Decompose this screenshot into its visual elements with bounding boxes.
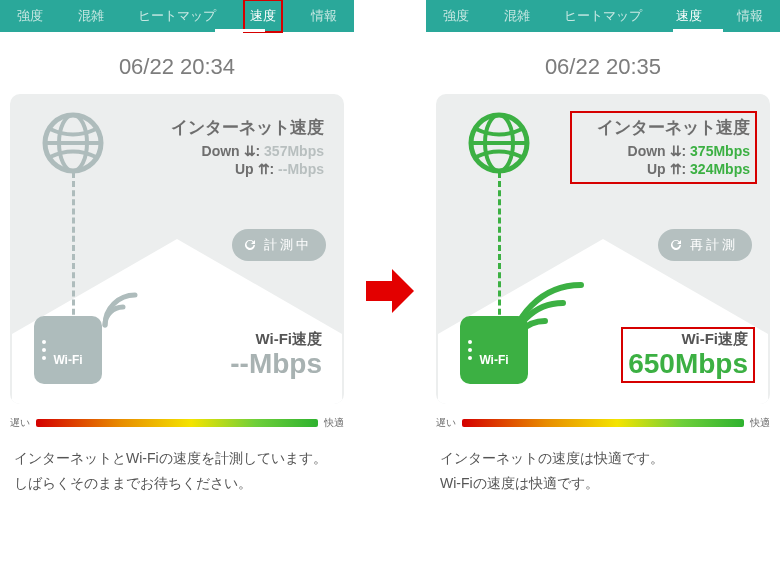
meter-gradient	[36, 419, 318, 427]
tab-heatmap[interactable]: ヒートマップ	[132, 0, 222, 32]
speed-meter: 遅い 快適	[436, 416, 770, 430]
tab-bar: 強度 混雑 ヒートマップ 速度 情報	[0, 0, 354, 32]
timestamp: 06/22 20:35	[426, 54, 780, 80]
remeasure-button[interactable]: 再計測	[658, 229, 752, 261]
tab-speed[interactable]: 速度	[670, 0, 708, 32]
tab-strength[interactable]: 強度	[11, 0, 49, 32]
wifi-speed-box: Wi-Fi速度 650Mbps	[622, 328, 754, 382]
measure-button[interactable]: 計測中	[232, 229, 326, 261]
screen-measuring: 強度 混雑 ヒートマップ 速度 情報 06/22 20:34 インターネット速度…	[0, 0, 354, 582]
globe-icon	[42, 112, 104, 178]
speed-card: インターネット速度 Down ⇊: 357Mbps Up ⇈: --Mbps 計…	[10, 94, 344, 404]
up-value: --Mbps	[278, 161, 324, 177]
wifi-title: Wi-Fi速度	[230, 330, 322, 349]
internet-title: インターネット速度	[151, 116, 324, 139]
wifi-router-icon: Wi-Fi	[34, 316, 102, 384]
down-value: 357Mbps	[264, 143, 324, 159]
tab-speed[interactable]: 速度	[244, 0, 282, 32]
internet-speed-box: インターネット速度 Down ⇊: 357Mbps Up ⇈: --Mbps	[145, 112, 330, 183]
tab-congestion[interactable]: 混雑	[498, 0, 536, 32]
refresh-icon	[242, 237, 258, 253]
wifi-title: Wi-Fi速度	[628, 330, 748, 349]
tab-info[interactable]: 情報	[731, 0, 769, 32]
down-value: 375Mbps	[690, 143, 750, 159]
wifi-badge-label: Wi-Fi	[479, 353, 508, 367]
tab-congestion[interactable]: 混雑	[72, 0, 110, 32]
refresh-icon	[668, 237, 684, 253]
wifi-value: --Mbps	[230, 349, 322, 380]
wifi-badge-label: Wi-Fi	[53, 353, 82, 367]
meter-slow-label: 遅い	[10, 416, 30, 430]
wifi-router-icon: Wi-Fi	[460, 316, 528, 384]
timestamp: 06/22 20:34	[0, 54, 354, 80]
tab-bar: 強度 混雑 ヒートマップ 速度 情報	[426, 0, 780, 32]
up-label: Up ⇈:	[235, 161, 274, 177]
meter-fast-label: 快適	[324, 416, 344, 430]
meter-gradient	[462, 419, 744, 427]
up-label: Up ⇈:	[647, 161, 686, 177]
internet-title: インターネット速度	[577, 116, 750, 139]
speed-card: インターネット速度 Down ⇊: 375Mbps Up ⇈: 324Mbps …	[436, 94, 770, 404]
tab-heatmap[interactable]: ヒートマップ	[558, 0, 648, 32]
meter-fast-label: 快適	[750, 416, 770, 430]
screen-result: 強度 混雑 ヒートマップ 速度 情報 06/22 20:35 インターネット速度…	[426, 0, 780, 582]
wifi-value: 650Mbps	[628, 349, 748, 380]
meter-slow-label: 遅い	[436, 416, 456, 430]
wifi-arc-icon	[100, 280, 150, 334]
down-label: Down ⇊:	[628, 143, 687, 159]
remeasure-button-label: 再計測	[690, 236, 738, 254]
status-text: インターネットとWi-Fiの速度を計測しています。しばらくそのままでお待ちくださ…	[14, 446, 340, 496]
wifi-speed-box: Wi-Fi速度 --Mbps	[224, 328, 328, 382]
down-label: Down ⇊:	[202, 143, 261, 159]
up-value: 324Mbps	[690, 161, 750, 177]
arrow-icon	[360, 263, 420, 319]
tab-strength[interactable]: 強度	[437, 0, 475, 32]
internet-speed-box: インターネット速度 Down ⇊: 375Mbps Up ⇈: 324Mbps	[571, 112, 756, 183]
globe-icon	[468, 112, 530, 178]
speed-meter: 遅い 快適	[10, 416, 344, 430]
status-text: インターネットの速度は快適です。 Wi-Fiの速度は快適です。	[440, 446, 766, 496]
measure-button-label: 計測中	[264, 236, 312, 254]
tab-info[interactable]: 情報	[305, 0, 343, 32]
